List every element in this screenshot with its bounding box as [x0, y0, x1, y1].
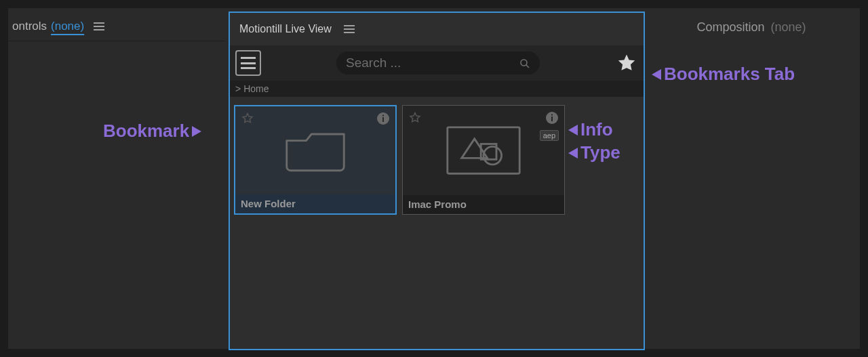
folder-preview: [235, 106, 395, 194]
breadcrumb-home: Home: [243, 83, 269, 94]
panel-titlebar: Motiontill Live View: [230, 13, 644, 45]
items-grid: New Folder aep: [230, 97, 644, 349]
main-menu-button[interactable]: [235, 50, 261, 76]
hamburger-icon: [241, 57, 256, 69]
svg-line-1: [526, 65, 529, 68]
panel-title: Motiontill Live View: [239, 23, 332, 35]
breadcrumb-arrow: >: [235, 83, 241, 94]
right-panel-header: Composition (none): [643, 20, 860, 35]
live-view-panel: Motiontill Live View: [229, 12, 645, 350]
folder-icon: [283, 127, 348, 173]
item-card-project[interactable]: aep Imac Promo: [402, 105, 565, 215]
bookmarks-tab-button[interactable]: [615, 51, 638, 75]
project-icon: [445, 125, 522, 176]
controls-label: ontrols: [12, 20, 47, 33]
composition-label: Composition: [696, 20, 764, 34]
project-preview: [403, 106, 564, 195]
search-icon: [519, 58, 530, 68]
svg-point-0: [521, 60, 527, 66]
search-input[interactable]: [346, 56, 519, 70]
panel-menu-icon[interactable]: [344, 25, 355, 33]
panel-toolbar: [230, 45, 644, 81]
search-field[interactable]: [336, 51, 540, 75]
annotation-bookmark: Bookmark: [103, 121, 204, 142]
composition-none: (none): [771, 20, 806, 34]
item-name: Imac Promo: [403, 195, 564, 214]
controls-none-link[interactable]: (none): [51, 20, 84, 33]
left-panel-header: ontrols (none): [8, 12, 225, 41]
svg-rect-8: [448, 127, 519, 173]
breadcrumb[interactable]: > Home: [230, 81, 644, 97]
star-icon: [616, 53, 637, 73]
annotation-bookmarks-tab: Bookmarks Tab: [649, 64, 795, 85]
menu-icon[interactable]: [94, 22, 104, 30]
item-card-folder[interactable]: New Folder: [234, 105, 397, 215]
item-name: New Folder: [235, 194, 395, 213]
